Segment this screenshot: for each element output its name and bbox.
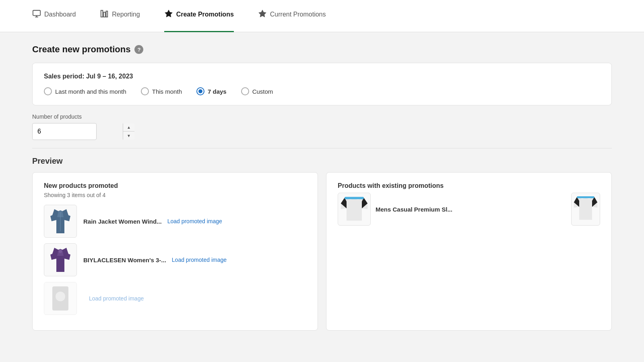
sales-period-card: Sales period: Jul 9 – 16, 2023 Last mont…: [32, 63, 612, 105]
products-field-section: Number of products ▲ ▼: [32, 113, 612, 140]
load-link-3[interactable]: Load promoted image: [89, 295, 144, 302]
stepper-up-button[interactable]: ▲: [123, 123, 134, 132]
sales-period-label: Sales period: Jul 9 – 16, 2023: [44, 73, 600, 80]
nav-reporting-label: Reporting: [112, 11, 140, 18]
product-thumb-1: [44, 205, 77, 238]
product-thumb-2: [44, 243, 77, 276]
svg-marker-7: [259, 10, 266, 16]
radio-7-days-outer: [196, 87, 204, 95]
radio-last-month[interactable]: Last month and this month: [44, 87, 126, 95]
stepper-down-button[interactable]: ▼: [123, 132, 134, 140]
product-item-2: BIYLACLESEN Women's 3-... Load promoted …: [44, 243, 306, 276]
product-info-2: BIYLACLESEN Women's 3-... Load promoted …: [83, 257, 227, 263]
radio-7-days-inner: [198, 89, 202, 93]
nav-reporting[interactable]: Reporting: [100, 0, 140, 32]
svg-rect-3: [101, 10, 103, 17]
svg-rect-0: [33, 10, 40, 15]
section-divider: [32, 148, 612, 148]
promo-thumb-1: [338, 193, 371, 226]
page-title: Create new promotions: [32, 44, 130, 55]
svg-point-15: [56, 292, 65, 301]
new-promoted-card: New products promoted Showing 3 items ou…: [32, 172, 318, 331]
nav-dashboard-label: Dashboard: [44, 11, 76, 18]
promo-thumb2-1: [571, 193, 600, 226]
preview-grid: New products promoted Showing 3 items ou…: [32, 172, 612, 331]
svg-point-13: [59, 250, 62, 253]
svg-rect-4: [103, 12, 105, 17]
radio-last-month-outer: [44, 87, 52, 95]
radio-custom[interactable]: Custom: [241, 87, 273, 95]
new-promoted-title: New products promoted: [44, 182, 306, 189]
radio-7-days[interactable]: 7 days: [196, 87, 227, 95]
svg-rect-19: [345, 197, 364, 200]
svg-marker-6: [165, 10, 172, 16]
radio-last-month-label: Last month and this month: [55, 88, 126, 95]
page-title-row: Create new promotions ?: [32, 44, 612, 55]
nav-dashboard[interactable]: Dashboard: [32, 0, 76, 32]
number-input[interactable]: [33, 123, 123, 140]
radio-this-month[interactable]: This month: [141, 87, 182, 95]
existing-promo-row-1: Mens Casual Premium Sl...: [338, 193, 600, 226]
chart-icon: [100, 9, 109, 20]
product-name-1: Rain Jacket Women Wind...: [83, 218, 162, 225]
preview-section: Preview New products promoted Showing 3 …: [32, 156, 612, 331]
load-link-2[interactable]: Load promoted image: [172, 257, 227, 263]
radio-custom-outer: [241, 87, 249, 95]
products-field-label: Number of products: [32, 113, 612, 120]
star-outline-icon: [258, 9, 267, 20]
star-filled-icon: [164, 9, 173, 20]
number-input-wrap: ▲ ▼: [32, 123, 97, 140]
stepper-buttons: ▲ ▼: [123, 123, 134, 140]
nav-current-promotions-label: Current Promotions: [270, 11, 326, 18]
load-link-1[interactable]: Load promoted image: [167, 218, 222, 224]
help-icon[interactable]: ?: [134, 45, 143, 54]
radio-this-month-label: This month: [152, 88, 182, 95]
nav-create-promotions-label: Create Promotions: [176, 11, 234, 18]
product-item-1: Rain Jacket Women Wind... Load promoted …: [44, 205, 306, 238]
new-promoted-subtitle: Showing 3 items out of 4: [44, 192, 306, 198]
radio-this-month-outer: [141, 87, 149, 95]
svg-rect-5: [106, 11, 108, 17]
nav-create-promotions[interactable]: Create Promotions: [164, 0, 234, 32]
product-name-2: BIYLACLESEN Women's 3-...: [83, 257, 166, 263]
radio-custom-label: Custom: [252, 88, 273, 95]
nav-current-promotions[interactable]: Current Promotions: [258, 0, 326, 32]
radio-7-days-label: 7 days: [208, 88, 227, 95]
radio-group: Last month and this month This month 7 d…: [44, 87, 600, 95]
main-content: Create new promotions ? Sales period: Ju…: [0, 32, 644, 343]
product-thumb-3: [44, 282, 77, 315]
preview-title: Preview: [32, 156, 612, 166]
monitor-icon: [32, 9, 41, 20]
existing-promotions-title: Products with existing promotions: [338, 182, 600, 189]
product-info-1: Rain Jacket Women Wind... Load promoted …: [83, 218, 222, 225]
top-nav: Dashboard Reporting Create Promotions Cu…: [0, 0, 644, 32]
svg-rect-23: [577, 196, 594, 198]
promo-name-1: Mens Casual Premium Sl...: [376, 206, 566, 213]
product-item-3: Load promoted image: [44, 282, 306, 315]
product-info-3: Load promoted image: [83, 295, 144, 302]
existing-promotions-card: Products with existing promotions Mens C…: [326, 172, 612, 331]
